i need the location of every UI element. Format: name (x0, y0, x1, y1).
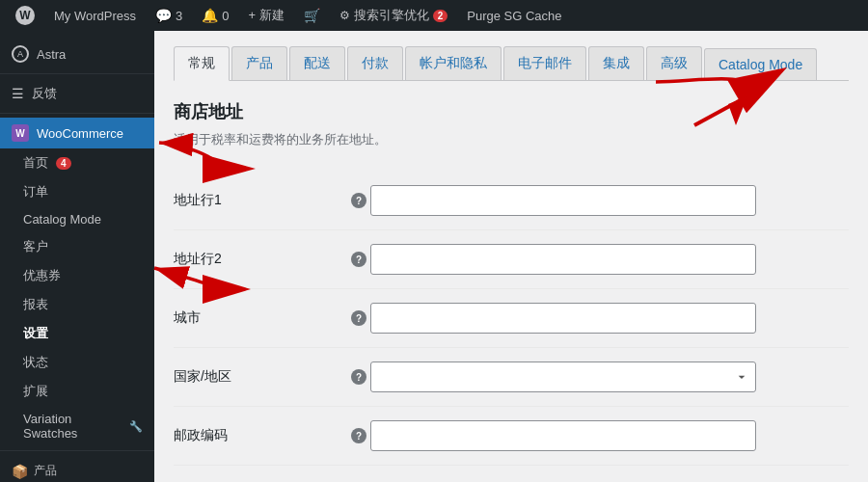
sidebar-item-products[interactable]: 📦 产品 (0, 455, 154, 482)
sidebar-item-orders[interactable]: 订单 (12, 177, 154, 206)
label-address2: 地址行2 (174, 251, 347, 268)
message-icon: 🔔 (202, 8, 218, 23)
sidebar-item-woocommerce[interactable]: W WooCommerce (0, 118, 154, 148)
form-row-country: 国家/地区 ? (174, 348, 849, 407)
sidebar-item-customers[interactable]: 客户 (12, 232, 154, 261)
seo-badge: 2 (433, 10, 448, 22)
wp-logo-button[interactable]: W (8, 0, 42, 31)
sidebar-item-catalog-mode[interactable]: Catalog Mode (12, 206, 154, 232)
catalog-mode-label: Catalog Mode (23, 212, 101, 227)
products-icon: 📦 (12, 464, 28, 479)
form-row-postcode: 邮政编码 ? (174, 407, 849, 466)
seo-button[interactable]: ⚙ 搜索引擎优化 2 (332, 0, 456, 31)
home-label: 首页 (23, 154, 48, 172)
help-icon-city[interactable]: ? (351, 310, 366, 326)
orders-label: 订单 (23, 183, 48, 201)
help-icon-address1[interactable]: ? (351, 193, 366, 208)
section-description: 适用于税率和运费将的业务所在地址。 (174, 131, 849, 148)
reports-label: 报表 (23, 296, 48, 313)
help-city[interactable]: ? (347, 310, 370, 326)
input-wrap-postcode (370, 420, 849, 451)
coupons-label: 优惠券 (23, 267, 61, 284)
status-label: 状态 (23, 354, 48, 371)
settings-label: 设置 (23, 325, 48, 342)
form-row-address1: 地址行1 ? (174, 172, 849, 230)
tab-account-privacy[interactable]: 帐户和隐私 (405, 46, 502, 80)
customers-label: 客户 (23, 238, 48, 255)
sidebar-item-settings[interactable]: 设置 (12, 319, 154, 348)
site-name-button[interactable]: My WordPress (46, 0, 144, 31)
input-wrap-address2 (370, 244, 849, 275)
form-row-city: 城市 ? (174, 289, 849, 348)
label-country: 国家/地区 (174, 368, 347, 386)
woo-icon: W (12, 124, 29, 142)
products-label: 产品 (34, 463, 57, 479)
tab-products[interactable]: 产品 (231, 46, 287, 80)
input-city[interactable] (370, 303, 756, 334)
sidebar-item-astra[interactable]: A Astra (0, 39, 154, 69)
settings-tabs: 常规 产品 配送 付款 帐户和隐私 电子邮件 集成 (174, 46, 849, 81)
sidebar-item-coupons[interactable]: 优惠券 (12, 261, 154, 290)
input-postcode[interactable] (370, 420, 756, 451)
label-postcode: 邮政编码 (174, 427, 347, 444)
tab-shipping[interactable]: 配送 (289, 46, 345, 80)
new-button[interactable]: + 新建 (240, 0, 291, 31)
sidebar-item-reports[interactable]: 报表 (12, 290, 154, 319)
form-row-address2: 地址行2 ? (174, 230, 849, 289)
help-country[interactable]: ? (347, 369, 370, 385)
tab-general[interactable]: 常规 (174, 46, 230, 81)
select-country[interactable] (370, 362, 756, 392)
sidebar-item-variation-swatches[interactable]: Variation Swatches 🔧 (12, 406, 154, 446)
help-icon-country[interactable]: ? (351, 369, 366, 385)
tab-catalog-mode[interactable]: Catalog Mode (704, 48, 817, 80)
messages-button[interactable]: 🔔 0 (194, 0, 236, 31)
label-address1: 地址行1 (174, 192, 347, 209)
comments-button[interactable]: 💬 3 (148, 0, 190, 31)
tab-email[interactable]: 电子邮件 (503, 46, 586, 80)
tab-advanced[interactable]: 高级 (646, 46, 702, 80)
sidebar-sep-3 (0, 450, 154, 451)
sidebar-sub-menu: 首页 4 订单 Catalog Mode 客户 优惠券 报表 (0, 148, 154, 446)
new-label: + 新建 (248, 7, 284, 24)
variation-swatches-label: Variation Swatches (23, 412, 120, 441)
cart-button[interactable]: 🛒 (296, 0, 328, 31)
sidebar: A Astra ☰ 反馈 W WooCommerce 首页 4 (0, 31, 154, 482)
woo-label: WooCommerce (37, 126, 123, 141)
help-icon-address2[interactable]: ? (351, 252, 366, 267)
label-city: 城市 (174, 309, 347, 327)
wp-icon: W (15, 6, 35, 25)
sidebar-item-feedback[interactable]: ☰ 反馈 (0, 78, 154, 109)
site-name-label: My WordPress (54, 9, 136, 23)
seo-label: 搜索引擎优化 (354, 7, 429, 24)
seo-ring-icon: ⚙ (339, 9, 350, 22)
content-area: 常规 产品 配送 付款 帐户和隐私 电子邮件 集成 (154, 31, 868, 482)
home-badge: 4 (56, 157, 71, 170)
input-address2[interactable] (370, 244, 756, 275)
purge-label: Purge SG Cache (467, 9, 561, 23)
sidebar-sep-2 (0, 113, 154, 114)
sidebar-item-home[interactable]: 首页 4 (12, 148, 154, 177)
input-address1[interactable] (370, 185, 756, 216)
feedback-label: 反馈 (32, 85, 57, 102)
purge-cache-button[interactable]: Purge SG Cache (459, 0, 569, 31)
section-title: 商店地址 (174, 100, 849, 123)
extensions-label: 扩展 (23, 383, 48, 400)
input-wrap-address1 (370, 185, 849, 216)
help-icon-postcode[interactable]: ? (351, 428, 366, 443)
help-postcode[interactable]: ? (347, 428, 370, 443)
sidebar-item-status[interactable]: 状态 (12, 348, 154, 377)
sidebar-item-extensions[interactable]: 扩展 (12, 377, 154, 406)
tab-payment[interactable]: 付款 (347, 46, 403, 80)
help-address2[interactable]: ? (347, 252, 370, 267)
feedback-icon: ☰ (12, 86, 24, 101)
sidebar-sep-1 (0, 73, 154, 74)
help-address1[interactable]: ? (347, 193, 370, 208)
input-wrap-city (370, 303, 849, 334)
messages-count: 0 (222, 9, 229, 23)
main-layout: A Astra ☰ 反馈 W WooCommerce 首页 4 (0, 31, 868, 482)
tab-integration[interactable]: 集成 (588, 46, 644, 80)
wrench-icon: 🔧 (129, 420, 143, 433)
astra-icon: A (12, 45, 29, 63)
admin-bar: W My WordPress 💬 3 🔔 0 + 新建 🛒 ⚙ 搜索引擎优化 2… (0, 0, 868, 31)
astra-label: Astra (37, 47, 66, 62)
